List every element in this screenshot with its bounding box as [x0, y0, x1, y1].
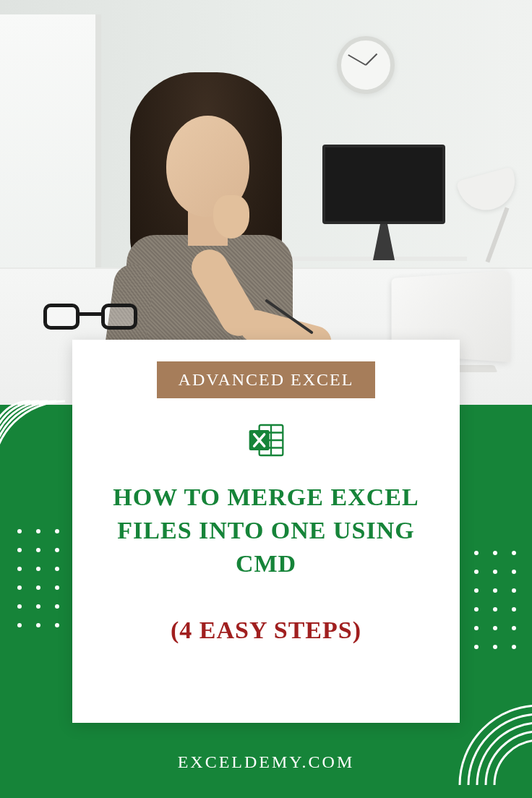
photo-monitor [322, 145, 445, 224]
article-subtitle: (4 EASY STEPS) [101, 617, 431, 644]
excel-icon [246, 420, 286, 460]
category-badge: ADVANCED EXCEL [157, 361, 376, 398]
article-title: HOW TO MERGE EXCEL FILES INTO ONE USING … [101, 481, 431, 580]
content-card: ADVANCED EXCEL HOW TO MERGE EXCEL FILES … [72, 340, 460, 723]
photo-eyeglasses [43, 304, 137, 332]
photo-wall-clock [337, 36, 395, 94]
decorative-dots-right [473, 549, 516, 672]
decorative-dots-left [16, 528, 59, 651]
photo-desk-lamp [452, 173, 518, 267]
site-brand: EXCELDEMY.COM [0, 752, 532, 772]
decorative-arcs-top-left [0, 394, 80, 481]
